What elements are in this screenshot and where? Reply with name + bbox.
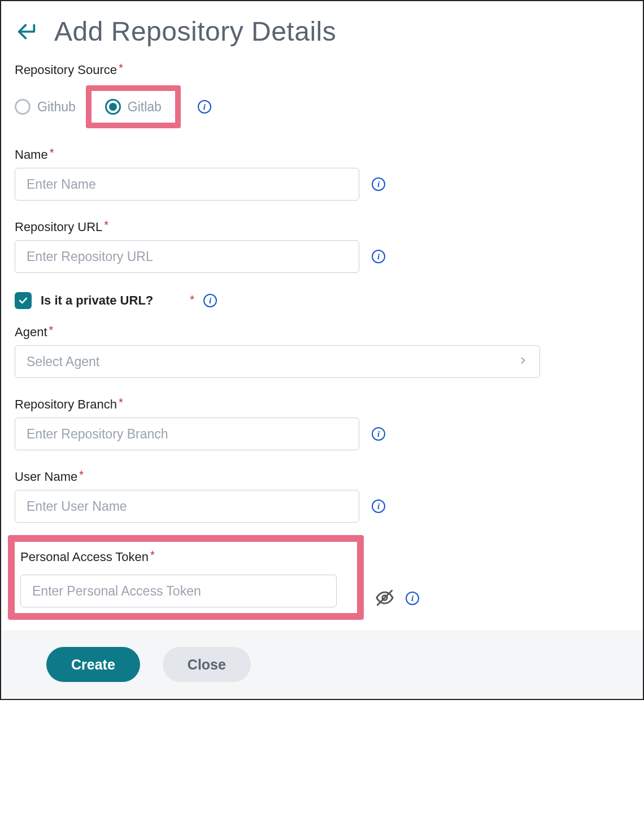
repository-branch-input[interactable] xyxy=(15,418,359,450)
field-name: Name * i xyxy=(15,147,629,201)
field-repository-url: Repository URL * i xyxy=(15,220,629,273)
radio-circle-icon xyxy=(15,99,31,115)
label-repository-source: Repository Source * xyxy=(15,63,629,77)
label-text: Repository URL xyxy=(15,220,102,234)
info-icon[interactable]: i xyxy=(198,100,211,114)
form-content: Add Repository Details Repository Source… xyxy=(1,1,643,620)
field-private-url: Is it a private URL? * i xyxy=(15,292,629,309)
field-agent: Agent * Select Agent xyxy=(15,325,629,378)
check-icon xyxy=(18,295,29,306)
field-personal-access-token-row: Personal Access Token * i xyxy=(15,529,629,620)
label-user-name: User Name * xyxy=(15,470,629,484)
label-text: Repository Source xyxy=(15,63,117,77)
info-icon[interactable]: i xyxy=(372,177,385,191)
checkbox-label: Is it a private URL? xyxy=(41,293,153,308)
required-mark: * xyxy=(190,293,194,306)
page-title: Add Repository Details xyxy=(54,16,336,47)
eye-off-icon[interactable] xyxy=(375,588,394,607)
info-icon[interactable]: i xyxy=(372,499,385,513)
info-icon[interactable]: i xyxy=(372,250,385,263)
label-text: Repository Branch xyxy=(15,397,117,412)
back-arrow-icon[interactable] xyxy=(15,20,38,44)
radio-label: Gitlab xyxy=(128,99,162,115)
dialog-footer: Create Close xyxy=(1,630,643,699)
required-mark: * xyxy=(50,146,54,159)
private-url-checkbox[interactable] xyxy=(15,292,32,309)
info-icon[interactable]: i xyxy=(372,427,385,441)
create-button[interactable]: Create xyxy=(46,647,140,682)
required-mark: * xyxy=(104,219,108,232)
chevron-right-icon xyxy=(518,354,528,369)
radio-label: Github xyxy=(37,99,76,115)
personal-access-token-input[interactable] xyxy=(20,575,337,607)
highlight-token-section: Personal Access Token * xyxy=(8,535,364,620)
required-mark: * xyxy=(79,468,84,481)
label-agent: Agent * xyxy=(15,325,629,340)
field-repository-branch: Repository Branch * i xyxy=(15,397,629,450)
radio-group-source: Github Gitlab i xyxy=(15,85,629,128)
label-text: Name xyxy=(15,147,48,162)
dialog-frame: Add Repository Details Repository Source… xyxy=(0,0,644,700)
info-icon[interactable]: i xyxy=(203,294,217,307)
label-name: Name * xyxy=(15,147,629,162)
select-placeholder: Select Agent xyxy=(27,354,99,370)
agent-select[interactable]: Select Agent xyxy=(15,345,540,378)
radio-circle-icon xyxy=(105,99,121,115)
field-user-name: User Name * i xyxy=(15,470,629,523)
highlight-gitlab: Gitlab xyxy=(86,85,181,128)
close-button[interactable]: Close xyxy=(163,647,251,682)
field-repository-source: Repository Source * Github Gitlab i xyxy=(15,63,629,128)
header-row: Add Repository Details xyxy=(15,16,629,47)
radio-github[interactable]: Github xyxy=(15,99,76,115)
label-repository-branch: Repository Branch * xyxy=(15,397,629,412)
required-mark: * xyxy=(119,396,123,409)
label-text: Personal Access Token xyxy=(20,550,149,564)
label-text: Agent xyxy=(15,325,47,340)
name-input[interactable] xyxy=(15,168,359,201)
radio-gitlab[interactable]: Gitlab xyxy=(105,99,162,115)
label-personal-access-token: Personal Access Token * xyxy=(20,550,351,564)
required-mark: * xyxy=(150,549,155,562)
required-mark: * xyxy=(119,62,123,75)
user-name-input[interactable] xyxy=(15,490,359,523)
required-mark: * xyxy=(49,324,54,337)
label-text: User Name xyxy=(15,470,77,484)
info-icon[interactable]: i xyxy=(406,592,419,605)
label-repository-url: Repository URL * xyxy=(15,220,629,234)
repository-url-input[interactable] xyxy=(15,240,359,273)
